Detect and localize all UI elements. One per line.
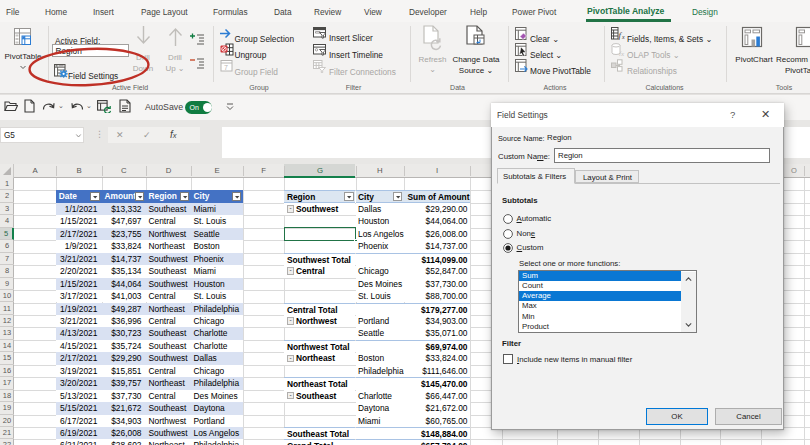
svg-text:fx: fx bbox=[619, 50, 625, 57]
svg-text:x: x bbox=[621, 34, 625, 40]
svg-text:7: 7 bbox=[224, 64, 228, 71]
